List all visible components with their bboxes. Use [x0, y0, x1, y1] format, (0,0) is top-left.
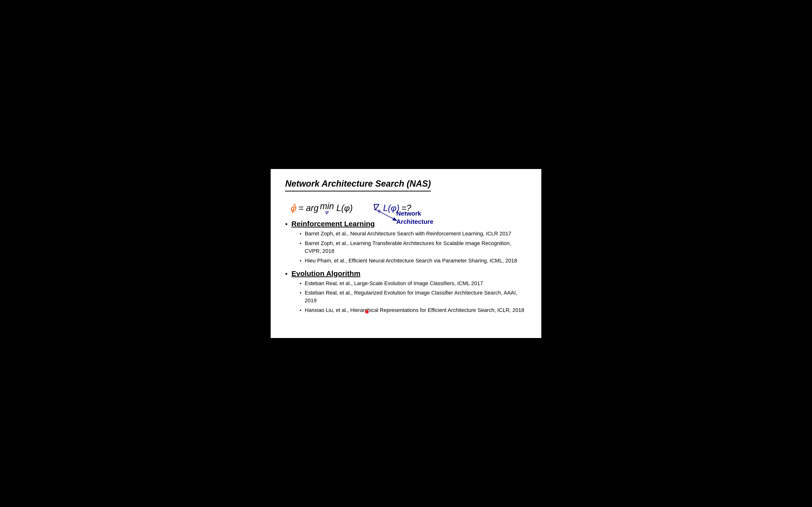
phi-subscript: φ	[325, 209, 329, 215]
sub-dot-2: •	[300, 240, 301, 247]
bullet-dot-rl: •	[285, 220, 288, 228]
ea-ref-2-text: Esteban Real, et al., Regularized Evolut…	[305, 289, 527, 304]
equals-sign: =	[298, 203, 304, 213]
l-phi: L(φ)	[337, 203, 353, 213]
rl-label: Reinforcement Learning	[292, 220, 375, 228]
rl-ref-2-text: Barret Zoph, et al., Learning Transferab…	[305, 239, 527, 255]
red-dot-cursor	[365, 310, 369, 314]
annotation-container: Network Architecture	[373, 208, 433, 226]
network-label: Network	[396, 210, 433, 218]
sub-dot-3: •	[300, 258, 301, 264]
rl-ref-3: • Hieu Pham, et al., Efficient Neural Ar…	[300, 257, 527, 265]
bullet-dot-ea: •	[285, 270, 288, 278]
sub-dot-ea-1: •	[300, 280, 301, 287]
slide: Network Architecture Search (NAS) φ̂ = a…	[271, 169, 541, 338]
sub-dot-ea-2: •	[300, 289, 301, 296]
arg-text: arg	[306, 203, 318, 213]
architecture-label: Architecture	[396, 218, 433, 226]
sub-dot-1: •	[300, 230, 301, 237]
ea-ref-2: • Esteban Real, et al., Regularized Evol…	[300, 289, 527, 304]
section-evolution-algorithm: • Evolution Algorithm	[285, 270, 527, 278]
rl-references: • Barret Zoph, et al., Neural Architectu…	[300, 230, 527, 265]
ea-ref-1-text: Esteban Real, et al., Large-Scale Evolut…	[305, 280, 527, 287]
slide-title: Network Architecture Search (NAS)	[285, 179, 431, 191]
phi-hat: φ̂	[290, 203, 296, 213]
ea-references: • Esteban Real, et al., Large-Scale Evol…	[300, 280, 527, 314]
rl-ref-3-text: Hieu Pham, et al., Efficient Neural Arch…	[305, 257, 527, 265]
rl-ref-1: • Barret Zoph, et al., Neural Architectu…	[300, 230, 527, 237]
formula-row: φ̂ = arg min φ L(φ) ∇φ L(φ) =? Network A…	[290, 201, 527, 215]
argmin-block: min φ	[320, 201, 334, 215]
sub-dot-ea-3: •	[300, 307, 301, 314]
rl-ref-2: • Barret Zoph, et al., Learning Transfer…	[300, 239, 527, 255]
ea-label: Evolution Algorithm	[292, 270, 361, 278]
ea-ref-1: • Esteban Real, et al., Large-Scale Evol…	[300, 280, 527, 287]
content-section: • Reinforcement Learning • Barret Zoph, …	[285, 220, 527, 314]
svg-line-1	[376, 210, 396, 220]
rl-ref-1-text: Barret Zoph, et al., Neural Architecture…	[305, 230, 527, 237]
ea-ref-3-text: Hanxiao Liu, et al., Hierarchical Repres…	[305, 306, 527, 314]
network-architecture-label: Network Architecture	[396, 210, 433, 226]
ea-ref-3: • Hanxiao Liu, et al., Hierarchical Repr…	[300, 306, 527, 314]
